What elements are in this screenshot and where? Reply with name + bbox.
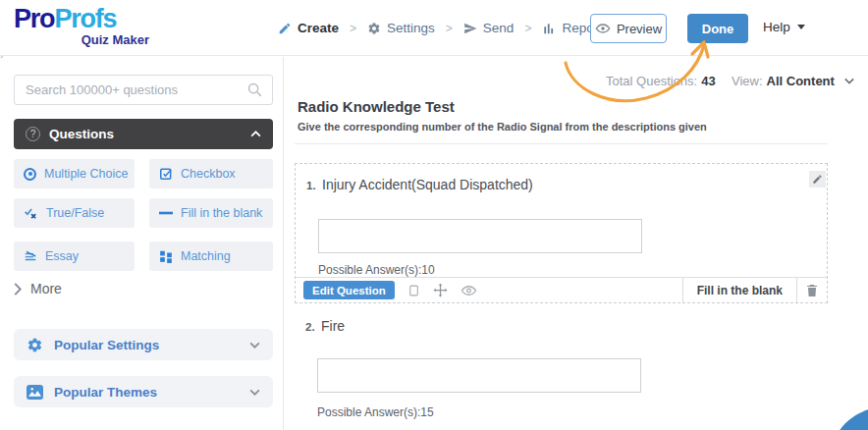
type-label: True/False xyxy=(46,206,104,220)
edit-pencil-icon[interactable] xyxy=(809,171,826,188)
chevron-right-icon xyxy=(14,283,22,296)
nav-settings-label: Settings xyxy=(387,21,435,35)
gear-icon xyxy=(367,22,381,35)
radio-icon xyxy=(24,168,36,181)
question-type-multiple-choice[interactable]: Multiple Choice xyxy=(14,159,135,188)
view-filter-dropdown[interactable]: View: All Content xyxy=(732,74,854,88)
nav-separator: > xyxy=(350,22,356,35)
question-toolbar: Edit Question Fill in the blank xyxy=(296,277,827,302)
question-type-fill-blank[interactable]: Fill in the blank xyxy=(149,198,273,228)
done-label: Done xyxy=(702,22,734,36)
view-value: All Content xyxy=(767,74,835,88)
preview-button[interactable]: Preview xyxy=(590,14,667,43)
question-number: 1. xyxy=(306,180,316,191)
question-text: Injury Accident(Squad Dispatched) xyxy=(322,177,533,192)
edit-question-label: Edit Question xyxy=(312,285,386,296)
quiz-title[interactable]: Radio Knowledge Test xyxy=(298,98,455,115)
chevron-down-icon xyxy=(844,78,854,84)
matching-icon xyxy=(159,249,173,263)
trash-icon[interactable] xyxy=(796,278,827,302)
nav-separator: > xyxy=(524,22,531,35)
eye-icon[interactable] xyxy=(461,285,477,296)
header-divider xyxy=(295,143,828,144)
essay-icon xyxy=(24,249,37,263)
logo-wordmark: ProProfs xyxy=(14,6,163,32)
popular-themes-section[interactable]: Popular Themes xyxy=(14,376,273,407)
duplicate-icon[interactable] xyxy=(407,284,420,297)
search-input[interactable] xyxy=(15,82,246,97)
top-header: ProProfs Quiz Maker Create > Settings > xyxy=(0,0,868,56)
type-label: Matching xyxy=(181,249,231,263)
more-label: More xyxy=(30,281,62,296)
chevron-up-icon xyxy=(250,131,261,137)
help-menu[interactable]: Help xyxy=(763,20,805,34)
nav-create-label: Create xyxy=(298,21,339,35)
total-questions-label: Total Questions: xyxy=(606,74,697,88)
true-false-icon xyxy=(24,206,38,220)
question-tools-sidebar: › ? Questions Multiple Choice Checkbox xyxy=(0,57,284,430)
type-label: Fill in the blank xyxy=(181,206,262,220)
logo-subtitle: Quiz Maker xyxy=(14,32,163,47)
done-button[interactable]: Done xyxy=(687,14,748,43)
preview-label: Preview xyxy=(617,22,662,36)
popular-settings-section[interactable]: Popular Settings xyxy=(14,329,273,360)
total-questions-value: 43 xyxy=(701,74,715,88)
question-type-essay[interactable]: Essay xyxy=(14,242,135,271)
question-type-matching[interactable]: Matching xyxy=(149,242,273,271)
search-icon[interactable] xyxy=(246,81,263,98)
eye-icon xyxy=(595,23,611,34)
question-card-1: 1. Injury Accident(Squad Dispatched) Pos… xyxy=(295,163,828,303)
type-label: Essay xyxy=(45,249,79,263)
question-circle-icon: ? xyxy=(26,127,40,141)
image-icon xyxy=(27,385,43,400)
more-question-types-link[interactable]: More xyxy=(14,281,62,296)
pencil-icon xyxy=(278,22,292,35)
gear-icon xyxy=(27,337,43,353)
quiz-description[interactable]: Give the corresponding number of the Rad… xyxy=(298,121,707,133)
possible-answers-note: Possible Answer(s):10 xyxy=(318,263,435,277)
send-icon xyxy=(463,22,477,35)
popular-themes-label: Popular Themes xyxy=(54,385,239,400)
nav-send-label: Send xyxy=(483,21,515,35)
questions-section-header[interactable]: ? Questions xyxy=(14,119,273,149)
nav-separator: > xyxy=(446,22,453,35)
nav-tab-send[interactable]: Send xyxy=(463,21,515,35)
question-type-true-false[interactable]: True/False xyxy=(14,198,135,228)
question-text: Fire xyxy=(321,318,345,334)
help-label: Help xyxy=(763,20,790,34)
logo-pro-text: Pro xyxy=(14,4,54,33)
nav-tab-create[interactable]: Create xyxy=(278,21,339,35)
question-search-box xyxy=(14,75,273,105)
proprofs-quiz-maker-window: ProProfs Quiz Maker Create > Settings > xyxy=(0,0,868,430)
workflow-nav: Create > Settings > Send > Re xyxy=(278,0,609,56)
move-icon[interactable] xyxy=(433,283,448,297)
edit-question-button[interactable]: Edit Question xyxy=(303,281,395,299)
type-label: Multiple Choice xyxy=(44,167,128,181)
bar-chart-icon xyxy=(542,22,556,35)
caret-down-icon xyxy=(797,25,805,29)
question-type-checkbox[interactable]: Checkbox xyxy=(149,159,273,188)
dash-icon xyxy=(159,211,173,215)
question-type-label: Fill in the blank xyxy=(682,278,796,302)
nav-tab-settings[interactable]: Settings xyxy=(367,21,435,35)
quiz-editor-main: Total Questions: 43 View: All Content Ra… xyxy=(285,57,868,430)
checkbox-icon xyxy=(159,167,173,181)
answer-input-1[interactable] xyxy=(318,219,642,253)
possible-answers-note: Possible Answer(s):15 xyxy=(317,405,434,419)
popular-settings-label: Popular Settings xyxy=(54,338,239,352)
answer-input-2[interactable] xyxy=(317,358,641,393)
type-label: Checkbox xyxy=(181,167,236,181)
proprofs-logo[interactable]: ProProfs Quiz Maker xyxy=(14,6,163,47)
total-questions-indicator: Total Questions: 43 xyxy=(606,74,716,88)
logo-profs-text: Profs xyxy=(54,4,116,33)
questions-section-title: Questions xyxy=(49,127,250,141)
question-number: 2. xyxy=(305,321,315,333)
chevron-down-icon xyxy=(249,342,260,349)
view-label: View: xyxy=(732,74,763,88)
chevron-down-icon xyxy=(249,389,260,396)
